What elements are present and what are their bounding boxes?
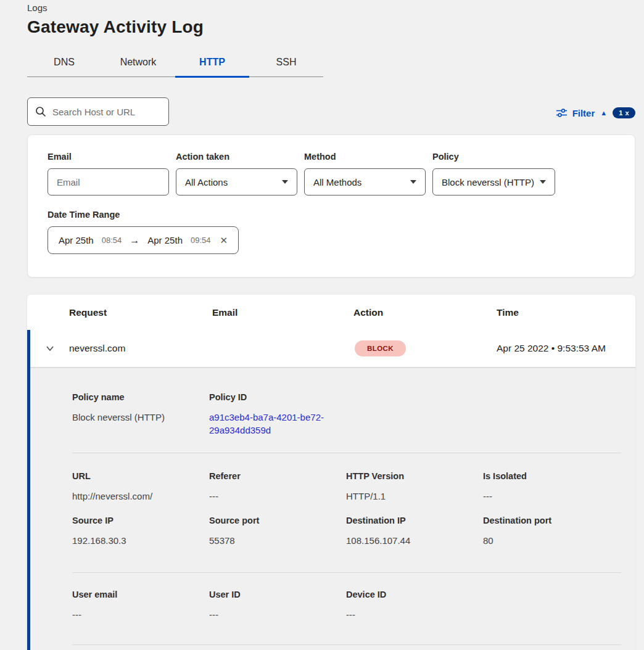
user-details-section: User email --- User ID --- Device ID ---	[72, 573, 621, 645]
source-ip-label: Source IP	[72, 516, 209, 525]
detail-source-ip: Source IP 192.168.30.3	[72, 516, 209, 547]
policy-section: Policy name Block neverssl (HTTP) Policy…	[72, 368, 621, 453]
email-label: Email	[47, 152, 169, 162]
column-header-request: Request	[69, 307, 212, 318]
breadcrumb: Logs	[27, 2, 635, 13]
detail-source-port: Source port 55378	[209, 516, 346, 547]
chevron-down-icon	[410, 180, 416, 184]
policy-id-label: Policy ID	[209, 392, 346, 402]
detail-http-version: HTTP Version HTTP/1.1	[346, 471, 483, 503]
filter-field-policy: Policy Block neverssl (HTTP)	[432, 152, 555, 195]
detail-user-email: User email ---	[72, 590, 209, 621]
table-row[interactable]: neverssl.com BLOCK Apr 25 2022 • 9:53:53…	[30, 330, 635, 368]
tab-http[interactable]: HTTP	[175, 51, 249, 76]
toolbar: Filter ▲ 1 x	[27, 97, 635, 126]
source-port-value: 55378	[209, 534, 346, 547]
source-port-label: Source port	[209, 516, 346, 525]
chevron-down-icon	[540, 180, 546, 184]
filter-field-method: Method All Methods	[304, 152, 426, 195]
page-title: Gateway Activity Log	[27, 17, 635, 37]
detail-referer: Referer ---	[209, 471, 346, 503]
chevron-down-icon	[45, 345, 55, 352]
filter-button[interactable]: Filter	[572, 108, 595, 118]
detail-is-isolated: Is Isolated ---	[483, 471, 620, 503]
row-expand-toggle[interactable]	[30, 345, 69, 352]
method-select[interactable]: All Methods	[304, 168, 426, 195]
detail-destination-ip: Destination IP 108.156.107.44	[346, 516, 483, 547]
search-input[interactable]	[27, 97, 169, 126]
search-icon	[35, 106, 46, 117]
row-time: Apr 25 2022 • 9:53:53 AM	[497, 343, 635, 354]
filter-field-date-range: Date Time Range Apr 25th 08:54 → Apr 25t…	[47, 210, 615, 254]
user-email-value: ---	[72, 608, 209, 621]
user-id-label: User ID	[209, 590, 346, 599]
collapse-caret-icon[interactable]: ▲	[600, 110, 607, 117]
http-version-value: HTTP/1.1	[346, 490, 483, 503]
expanded-row-container: neverssl.com BLOCK Apr 25 2022 • 9:53:53…	[27, 330, 635, 650]
detail-destination-port: Destination port 80	[483, 516, 620, 547]
chevron-down-icon	[282, 180, 288, 184]
destination-port-value: 80	[483, 534, 620, 547]
url-value: http://neverssl.com/	[72, 490, 209, 503]
column-header-action: Action	[353, 307, 497, 318]
method-value: All Methods	[313, 177, 361, 187]
method-label: Method	[304, 152, 426, 162]
start-time[interactable]: 08:54	[102, 236, 122, 245]
policy-name-label: Policy name	[72, 392, 209, 402]
email-input[interactable]	[47, 168, 169, 195]
destination-port-label: Destination port	[483, 516, 620, 525]
filter-panel: Email Action taken All Actions Method Al…	[27, 134, 635, 278]
date-range-picker[interactable]: Apr 25th 08:54 → Apr 25th 09:54 ✕	[47, 226, 239, 254]
date-range-label: Date Time Range	[47, 210, 615, 220]
device-id-value: ---	[346, 608, 483, 621]
column-header-email: Email	[212, 307, 353, 318]
device-id-label: Device ID	[346, 590, 483, 599]
column-header-time: Time	[497, 307, 635, 318]
filter-count-badge[interactable]: 1 x	[613, 107, 635, 118]
search-box	[27, 97, 169, 126]
arrow-right-icon: →	[130, 235, 139, 246]
detail-url: URL http://neverssl.com/	[72, 471, 209, 503]
log-type-tabs: DNS Network HTTP SSH	[27, 51, 323, 77]
tab-network[interactable]: Network	[101, 51, 175, 76]
detail-policy-name: Policy name Block neverssl (HTTP)	[72, 392, 209, 437]
row-action: BLOCK	[353, 340, 497, 356]
policy-label: Policy	[432, 152, 555, 162]
filter-sliders-icon	[556, 109, 567, 117]
end-time[interactable]: 09:54	[191, 236, 211, 245]
policy-id-link[interactable]: a91c3eb4-ba7a-4201-be72-29a934dd359d	[209, 411, 332, 437]
policy-name-value: Block neverssl (HTTP)	[72, 411, 209, 424]
block-status-badge: BLOCK	[355, 340, 406, 356]
detail-user-id: User ID ---	[209, 590, 346, 621]
policy-value: Block neverssl (HTTP)	[442, 177, 534, 187]
user-id-value: ---	[209, 608, 346, 621]
action-taken-value: All Actions	[185, 177, 228, 187]
detail-policy-id: Policy ID a91c3eb4-ba7a-4201-be72-29a934…	[209, 392, 346, 437]
tab-dns[interactable]: DNS	[27, 51, 101, 76]
row-details-panel: Policy name Block neverssl (HTTP) Policy…	[30, 368, 635, 650]
user-email-label: User email	[72, 590, 209, 599]
row-request: neverssl.com	[69, 343, 212, 354]
is-isolated-label: Is Isolated	[483, 471, 620, 481]
destination-ip-value: 108.156.107.44	[346, 534, 483, 547]
filter-controls[interactable]: Filter ▲ 1 x	[556, 107, 635, 126]
http-version-label: HTTP Version	[346, 471, 483, 481]
detail-device-id: Device ID ---	[346, 590, 483, 621]
activity-log-table: Request Email Action Time neverssl.com B…	[27, 295, 635, 650]
policy-select[interactable]: Block neverssl (HTTP)	[432, 168, 555, 195]
start-date[interactable]: Apr 25th	[59, 235, 94, 245]
action-taken-select[interactable]: All Actions	[176, 168, 297, 195]
referer-label: Referer	[209, 471, 346, 481]
table-header: Request Email Action Time	[27, 295, 635, 330]
end-date[interactable]: Apr 25th	[147, 235, 183, 245]
clear-date-range-icon[interactable]: ✕	[220, 235, 228, 246]
referer-value: ---	[209, 490, 346, 503]
filter-field-action-taken: Action taken All Actions	[176, 152, 297, 195]
source-ip-value: 192.168.30.3	[72, 534, 209, 547]
url-label: URL	[72, 471, 209, 481]
is-isolated-value: ---	[483, 490, 620, 503]
http-details-section: URL http://neverssl.com/ Referer --- HTT…	[72, 453, 621, 573]
gateway-activity-log-page: Logs Gateway Activity Log DNS Network HT…	[0, 0, 644, 650]
action-taken-label: Action taken	[176, 152, 297, 162]
tab-ssh[interactable]: SSH	[249, 51, 323, 76]
